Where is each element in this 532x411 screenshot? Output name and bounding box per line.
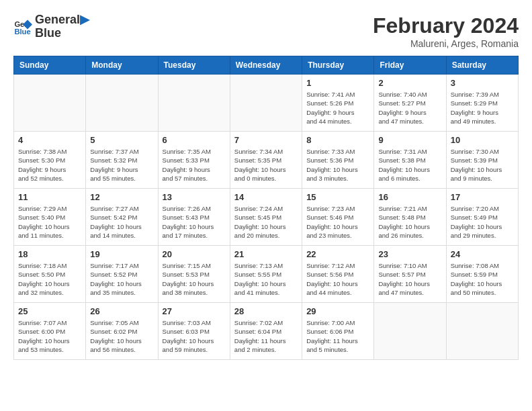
day-number: 5 [90, 135, 153, 145]
day-info: Sunrise: 7:15 AM Sunset: 5:53 PM Dayligh… [163, 261, 226, 297]
day-info: Sunrise: 7:18 AM Sunset: 5:50 PM Dayligh… [18, 261, 81, 297]
day-number: 15 [306, 192, 369, 202]
logo: Gen Blue General▶ Blue [13, 13, 89, 40]
day-cell: 12Sunrise: 7:27 AM Sunset: 5:42 PM Dayli… [86, 189, 158, 246]
location: Malureni, Arges, Romania [373, 38, 519, 49]
day-cell: 16Sunrise: 7:21 AM Sunset: 5:48 PM Dayli… [374, 189, 446, 246]
week-row-3: 11Sunrise: 7:29 AM Sunset: 5:40 PM Dayli… [14, 189, 519, 246]
day-cell: 27Sunrise: 7:03 AM Sunset: 6:03 PM Dayli… [158, 303, 230, 360]
day-info: Sunrise: 7:12 AM Sunset: 5:56 PM Dayligh… [306, 261, 369, 297]
logo-text: General▶ Blue [35, 13, 89, 40]
day-number: 7 [234, 135, 298, 145]
day-cell [86, 75, 158, 132]
day-cell: 26Sunrise: 7:05 AM Sunset: 6:02 PM Dayli… [86, 303, 158, 360]
day-cell: 28Sunrise: 7:02 AM Sunset: 6:04 PM Dayli… [230, 303, 302, 360]
day-cell: 24Sunrise: 7:08 AM Sunset: 5:59 PM Dayli… [446, 246, 518, 303]
day-number: 2 [378, 78, 441, 88]
week-row-2: 4Sunrise: 7:38 AM Sunset: 5:30 PM Daylig… [14, 132, 519, 189]
title-area: February 2024 Malureni, Arges, Romania [373, 13, 519, 49]
day-info: Sunrise: 7:24 AM Sunset: 5:45 PM Dayligh… [234, 204, 298, 240]
weekday-header-row: SundayMondayTuesdayWednesdayThursdayFrid… [14, 56, 519, 75]
day-info: Sunrise: 7:05 AM Sunset: 6:02 PM Dayligh… [90, 318, 153, 354]
weekday-header-monday: Monday [86, 56, 158, 75]
day-cell: 5Sunrise: 7:37 AM Sunset: 5:32 PM Daylig… [86, 132, 158, 189]
logo-icon: Gen Blue [13, 17, 32, 36]
day-number: 13 [163, 192, 226, 202]
day-cell: 15Sunrise: 7:23 AM Sunset: 5:46 PM Dayli… [302, 189, 374, 246]
day-info: Sunrise: 7:35 AM Sunset: 5:33 PM Dayligh… [163, 147, 226, 183]
day-number: 12 [90, 192, 153, 202]
day-cell: 23Sunrise: 7:10 AM Sunset: 5:57 PM Dayli… [374, 246, 446, 303]
day-info: Sunrise: 7:26 AM Sunset: 5:43 PM Dayligh… [163, 204, 226, 240]
day-number: 29 [306, 306, 369, 316]
day-info: Sunrise: 7:30 AM Sunset: 5:39 PM Dayligh… [451, 147, 514, 183]
calendar-table: SundayMondayTuesdayWednesdayThursdayFrid… [13, 56, 519, 360]
day-number: 19 [90, 249, 153, 259]
month-year: February 2024 [373, 13, 519, 38]
day-info: Sunrise: 7:21 AM Sunset: 5:48 PM Dayligh… [378, 204, 441, 240]
week-row-4: 18Sunrise: 7:18 AM Sunset: 5:50 PM Dayli… [14, 246, 519, 303]
day-number: 25 [18, 306, 81, 316]
day-cell: 21Sunrise: 7:13 AM Sunset: 5:55 PM Dayli… [230, 246, 302, 303]
day-info: Sunrise: 7:31 AM Sunset: 5:38 PM Dayligh… [378, 147, 441, 183]
day-number: 4 [18, 135, 81, 145]
weekday-header-sunday: Sunday [14, 56, 86, 75]
day-number: 10 [451, 135, 514, 145]
day-info: Sunrise: 7:17 AM Sunset: 5:52 PM Dayligh… [90, 261, 153, 297]
day-cell: 25Sunrise: 7:07 AM Sunset: 6:00 PM Dayli… [14, 303, 86, 360]
weekday-header-thursday: Thursday [302, 56, 374, 75]
day-info: Sunrise: 7:38 AM Sunset: 5:30 PM Dayligh… [18, 147, 81, 183]
weekday-header-friday: Friday [374, 56, 446, 75]
day-info: Sunrise: 7:03 AM Sunset: 6:03 PM Dayligh… [163, 318, 226, 354]
day-number: 21 [234, 249, 298, 259]
day-cell: 2Sunrise: 7:40 AM Sunset: 5:27 PM Daylig… [374, 75, 446, 132]
day-info: Sunrise: 7:23 AM Sunset: 5:46 PM Dayligh… [306, 204, 369, 240]
day-cell: 3Sunrise: 7:39 AM Sunset: 5:29 PM Daylig… [446, 75, 518, 132]
day-cell: 6Sunrise: 7:35 AM Sunset: 5:33 PM Daylig… [158, 132, 230, 189]
day-cell: 19Sunrise: 7:17 AM Sunset: 5:52 PM Dayli… [86, 246, 158, 303]
weekday-header-wednesday: Wednesday [230, 56, 302, 75]
day-info: Sunrise: 7:07 AM Sunset: 6:00 PM Dayligh… [18, 318, 81, 354]
day-number: 6 [163, 135, 226, 145]
day-cell: 9Sunrise: 7:31 AM Sunset: 5:38 PM Daylig… [374, 132, 446, 189]
day-number: 22 [306, 249, 369, 259]
day-info: Sunrise: 7:00 AM Sunset: 6:06 PM Dayligh… [306, 318, 369, 354]
day-info: Sunrise: 7:34 AM Sunset: 5:35 PM Dayligh… [234, 147, 298, 183]
weekday-header-saturday: Saturday [446, 56, 518, 75]
page-header: Gen Blue General▶ Blue February 2024 Mal… [13, 13, 519, 49]
day-number: 24 [451, 249, 514, 259]
day-number: 8 [306, 135, 369, 145]
day-cell: 10Sunrise: 7:30 AM Sunset: 5:39 PM Dayli… [446, 132, 518, 189]
week-row-5: 25Sunrise: 7:07 AM Sunset: 6:00 PM Dayli… [14, 303, 519, 360]
day-info: Sunrise: 7:08 AM Sunset: 5:59 PM Dayligh… [451, 261, 514, 297]
day-cell: 20Sunrise: 7:15 AM Sunset: 5:53 PM Dayli… [158, 246, 230, 303]
day-info: Sunrise: 7:10 AM Sunset: 5:57 PM Dayligh… [378, 261, 441, 297]
day-cell [230, 75, 302, 132]
day-cell: 22Sunrise: 7:12 AM Sunset: 5:56 PM Dayli… [302, 246, 374, 303]
week-row-1: 1Sunrise: 7:41 AM Sunset: 5:26 PM Daylig… [14, 75, 519, 132]
day-number: 23 [378, 249, 441, 259]
day-info: Sunrise: 7:40 AM Sunset: 5:27 PM Dayligh… [378, 90, 441, 126]
day-cell [14, 75, 86, 132]
day-info: Sunrise: 7:20 AM Sunset: 5:49 PM Dayligh… [451, 204, 514, 240]
day-number: 9 [378, 135, 441, 145]
day-number: 16 [378, 192, 441, 202]
day-info: Sunrise: 7:29 AM Sunset: 5:40 PM Dayligh… [18, 204, 81, 240]
day-cell: 1Sunrise: 7:41 AM Sunset: 5:26 PM Daylig… [302, 75, 374, 132]
day-cell [374, 303, 446, 360]
day-cell: 11Sunrise: 7:29 AM Sunset: 5:40 PM Dayli… [14, 189, 86, 246]
day-cell: 7Sunrise: 7:34 AM Sunset: 5:35 PM Daylig… [230, 132, 302, 189]
day-cell: 13Sunrise: 7:26 AM Sunset: 5:43 PM Dayli… [158, 189, 230, 246]
day-cell: 14Sunrise: 7:24 AM Sunset: 5:45 PM Dayli… [230, 189, 302, 246]
day-info: Sunrise: 7:37 AM Sunset: 5:32 PM Dayligh… [90, 147, 153, 183]
day-cell [446, 303, 518, 360]
day-info: Sunrise: 7:39 AM Sunset: 5:29 PM Dayligh… [451, 90, 514, 126]
day-info: Sunrise: 7:33 AM Sunset: 5:36 PM Dayligh… [306, 147, 369, 183]
day-cell: 17Sunrise: 7:20 AM Sunset: 5:49 PM Dayli… [446, 189, 518, 246]
day-number: 14 [234, 192, 298, 202]
day-number: 27 [163, 306, 226, 316]
day-cell [158, 75, 230, 132]
day-info: Sunrise: 7:02 AM Sunset: 6:04 PM Dayligh… [234, 318, 298, 354]
day-cell: 29Sunrise: 7:00 AM Sunset: 6:06 PM Dayli… [302, 303, 374, 360]
day-number: 20 [163, 249, 226, 259]
